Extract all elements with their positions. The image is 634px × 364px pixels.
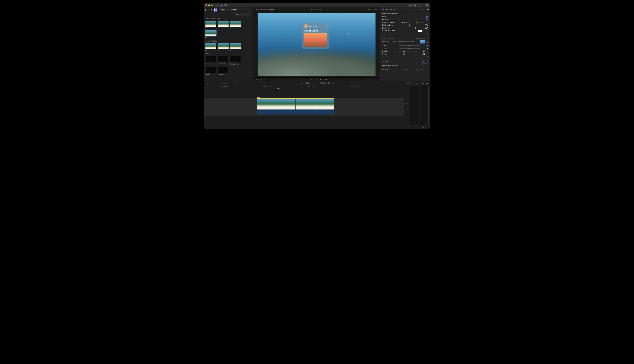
effects-browser-icon[interactable]: ◪ [426,82,428,85]
library-dropdown[interactable]: Installed Generators ⌄ [219,8,252,12]
timeline[interactable]: | 00:01:15:00 | 00:01:20:00 | 00:01:25:0… [204,85,404,129]
stepper-icon[interactable]: ⇅ [427,33,428,34]
generator-item[interactable]: 01 [206,43,216,51]
svg-rect-2 [206,9,208,11]
generator-item[interactable]: 02 [218,43,228,51]
viewer-canvas[interactable]: John James Out of Office [253,12,380,77]
titles-tab[interactable] [214,8,217,12]
bg-tasks-button[interactable] [224,4,228,6]
snap-icon[interactable]: ⟷ [411,82,414,85]
generator-item[interactable]: 01 [206,20,216,29]
layout-sliders[interactable]: ☰ [418,4,421,6]
search-input[interactable] [234,13,251,16]
brightness-value[interactable]: 50.0 [421,24,428,26]
generator-inspector-tab[interactable]: ▣ [382,8,385,11]
generator-item[interactable]: Sending [218,67,228,75]
section-popup[interactable]: BACKGROUND ⇅ [416,37,428,39]
clip-appearance-icon[interactable]: ▦ [421,82,424,85]
generator-item[interactable]: 03 [230,43,241,51]
generator-item[interactable]: Blank Email [Image based] [230,56,241,66]
yscale-slider[interactable] [399,54,418,54]
meter-right [420,86,429,125]
transform-tool[interactable]: ▢ [254,78,257,81]
audio-skim-icon[interactable]: ⫼ [403,82,406,85]
y-value[interactable]: 26.9 [412,68,418,70]
view-dropdown[interactable]: View ⌄ [373,8,378,10]
minimize-button[interactable] [208,4,210,6]
zoom-button[interactable] [211,4,213,6]
xpan-slider[interactable] [399,46,420,46]
layout-grid-1[interactable]: ▦ [408,4,412,6]
section-popup[interactable]: AVATAR ⇅ [421,60,428,62]
disclosure-icon[interactable]: ▶ [382,69,383,70]
media-tab[interactable] [210,8,213,12]
stepper-icon[interactable]: ⇅ [427,56,428,58]
param-label: Y.Scale [382,53,398,55]
enhance-tool[interactable]: ◐ [266,78,269,81]
window-controls [206,4,213,6]
playhead[interactable] [278,88,278,129]
close-button[interactable] [206,4,207,6]
fullscreen-button[interactable]: ⛶ [376,78,378,81]
meter-left [410,86,419,125]
overwrite-clip-icon[interactable]: ◫⌄ [225,82,228,85]
blur-value[interactable]: 80.0 [421,27,428,29]
email-overlay[interactable]: John James Out of Office [302,22,329,49]
color-inspector-tab[interactable]: ▼ [393,8,396,11]
timeline-ruler[interactable]: | 00:01:15:00 | 00:01:20:00 | 00:01:25:0… [204,85,404,88]
generator-item[interactable]: Loading [206,67,216,75]
timeline-info: ◂ 29.97 1080 09:00 / 05:09;14 ▸ [238,82,397,84]
rate-label: 29.97 1080 [314,8,322,10]
append-clip-icon[interactable]: ◫ [222,82,225,85]
ypan-slider[interactable] [399,48,420,49]
arrow-tool[interactable]: ↖⌄ [233,82,236,85]
browser-body[interactable]: Email - Image Based 01 02 03 04 Email - … [204,16,253,81]
generator-item[interactable]: Avatar [206,56,216,66]
dropzone-clear[interactable]: ✕ [426,41,428,43]
connect-clip-icon[interactable]: ◫ [215,82,218,85]
disclosure-icon[interactable]: ▶ [382,22,383,23]
brightness-slider[interactable] [399,25,420,26]
crop-tool[interactable]: ✧ [260,78,263,81]
film-icon: ▤ [311,8,312,10]
keyword-button[interactable] [220,4,224,6]
generator-item[interactable]: Blank Email [218,56,228,66]
zoom-dropdown[interactable]: 101% ⌄ [366,8,372,10]
solo-icon[interactable]: 🎧 [407,82,410,85]
generator-item[interactable]: 02 [218,20,228,29]
blur-slider[interactable] [399,28,420,28]
xscale-slider[interactable] [399,51,418,52]
onscreen-control[interactable] [348,32,350,34]
disclosure-icon[interactable]: ▶ [382,30,383,31]
keyframe-icon[interactable]: ◇ [422,69,422,70]
clip-label: 04 [257,97,260,98]
generator-item[interactable]: 03 [230,20,241,29]
layout-grid-2[interactable]: ▥ [413,4,417,6]
keyframe-icon[interactable]: ◈ [426,30,427,32]
generator-item[interactable]: 04 [206,30,216,38]
y-value[interactable]: -72.5 [412,22,418,23]
play-indicator-icon: ▸ [312,79,312,80]
build-out-checkbox[interactable] [426,18,428,20]
dropzone-well[interactable]: ↓ [422,63,428,67]
text-inspector-tab[interactable]: ▤ [386,8,388,11]
share-button[interactable] [425,4,428,6]
import-button[interactable] [215,4,219,6]
timeline-clip[interactable]: 04 [257,98,334,114]
video-inspector-tab[interactable]: ▦ [390,8,392,11]
timecode-display[interactable]: ▸ 0:00:1:21:22 ❚❚ [274,78,375,81]
keyframe-icon[interactable]: ◇ [422,22,422,23]
library-tab[interactable] [205,8,208,12]
x-value[interactable]: -140.5 [400,22,406,23]
x-value[interactable]: -15.8 [400,68,406,70]
color-swatch[interactable] [418,30,422,32]
dropzone-thumb[interactable] [420,40,425,44]
info-inspector-tab[interactable]: ⓘ [397,8,400,11]
browser-panel: Installed Generators ⌄ ⌕ Email - Image B… [204,7,253,81]
index-button[interactable]: Index [206,82,210,84]
skimming-icon[interactable]: ⎯ [398,82,402,85]
build-in-checkbox[interactable] [426,16,428,18]
insert-clip-icon[interactable]: ◫ [218,82,221,85]
lane-icon[interactable]: ▭ [415,82,418,85]
retime-tool[interactable]: ▾ [270,78,272,81]
